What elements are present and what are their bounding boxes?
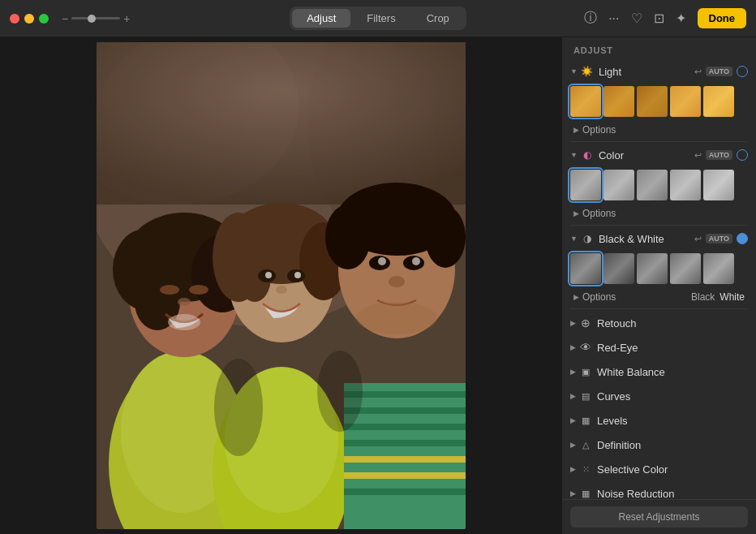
light-chevron: ▼ — [570, 67, 578, 75]
reset-adjustments-button[interactable]: Reset Adjustments — [570, 506, 748, 528]
noise-reduction-row[interactable]: ▶ ▦ Noise Reduction — [562, 481, 756, 499]
color-thumb-3[interactable] — [637, 170, 668, 200]
bw-toggle[interactable] — [737, 233, 748, 244]
definition-icon: △ — [579, 438, 592, 451]
light-thumb-4[interactable] — [670, 86, 701, 117]
red-eye-chevron: ▶ — [570, 343, 576, 351]
color-thumb-4[interactable] — [670, 170, 701, 200]
light-options-chevron: ▶ — [573, 126, 579, 134]
curves-chevron: ▶ — [570, 392, 576, 400]
bw-options-row[interactable]: ▶ Options Black White — [562, 289, 756, 307]
noise-reduction-icon: ▦ — [579, 487, 592, 499]
light-thumbnails — [562, 83, 756, 122]
titlebar-right: ⓘ ··· ♡ ⊡ ✦ Done — [584, 8, 746, 28]
close-button[interactable] — [10, 14, 19, 24]
titlebar: − + Adjust Filters Crop ⓘ ··· ♡ ⊡ ✦ Done — [0, 0, 756, 37]
info-icon[interactable]: ⓘ — [584, 10, 597, 27]
light-thumb-2[interactable] — [604, 86, 634, 117]
main-content: ADJUST ▼ ☀️ Light ↩ AUTO — [0, 37, 756, 534]
bw-thumb-3[interactable] — [637, 253, 668, 284]
color-chevron: ▼ — [570, 151, 578, 159]
selective-color-icon: ⁙ — [579, 463, 592, 476]
divider-2 — [570, 225, 748, 226]
definition-row[interactable]: ▶ △ Definition — [562, 433, 756, 457]
section-bw: ▼ ◑ Black & White ↩ AUTO — [562, 227, 756, 307]
tab-filters[interactable]: Filters — [352, 9, 410, 28]
color-toggle[interactable] — [737, 149, 748, 161]
zoom-slider[interactable] — [71, 17, 120, 19]
bw-thumb-1[interactable] — [570, 253, 601, 284]
noise-reduction-chevron: ▶ — [570, 489, 576, 497]
light-options-label[interactable]: Options — [582, 124, 616, 136]
more-icon[interactable]: ··· — [608, 11, 619, 26]
curves-row[interactable]: ▶ ▤ Curves — [562, 384, 756, 408]
retouch-row[interactable]: ▶ ⊕ Retouch — [562, 311, 756, 335]
levels-row[interactable]: ▶ ▦ Levels — [562, 408, 756, 433]
zoom-thumb — [88, 15, 96, 23]
light-auto-badge[interactable]: AUTO — [706, 67, 732, 76]
photo-area — [0, 37, 561, 534]
bw-thumbnails — [562, 250, 756, 289]
photo-container — [97, 42, 466, 529]
tab-adjust[interactable]: Adjust — [292, 9, 350, 28]
divider-1 — [570, 141, 748, 142]
white-balance-chevron: ▶ — [570, 368, 576, 376]
magic-icon[interactable]: ✦ — [676, 11, 686, 26]
nav-tabs: Adjust Filters Crop — [290, 6, 466, 30]
light-options-row[interactable]: ▶ Options — [562, 122, 756, 140]
color-reset-icon[interactable]: ↩ — [694, 150, 702, 161]
crop-icon[interactable]: ⊡ — [654, 11, 664, 26]
traffic-lights — [10, 14, 49, 24]
light-toggle[interactable] — [737, 66, 748, 77]
light-thumb-3[interactable] — [637, 86, 668, 117]
bw-auto-badge[interactable]: AUTO — [706, 234, 732, 243]
bw-options-chevron-left: ▶ — [573, 293, 579, 301]
definition-chevron: ▶ — [570, 441, 576, 449]
right-panel: ADJUST ▼ ☀️ Light ↩ AUTO — [561, 37, 756, 534]
maximize-button[interactable] — [39, 14, 49, 24]
color-controls: ↩ AUTO — [694, 149, 748, 161]
curves-icon: ▤ — [579, 390, 592, 403]
section-color-header[interactable]: ▼ ◐ Color ↩ AUTO — [562, 144, 756, 166]
color-options-row[interactable]: ▶ Options — [562, 205, 756, 223]
red-eye-icon: 👁 — [579, 341, 592, 354]
zoom-plus-button[interactable]: + — [123, 12, 130, 25]
bw-thumb-4[interactable] — [670, 253, 701, 284]
color-auto-badge[interactable]: AUTO — [706, 150, 732, 160]
retouch-label: Retouch — [597, 317, 748, 329]
bw-options-label[interactable]: Options — [582, 291, 616, 303]
bw-controls: ↩ AUTO — [694, 233, 748, 244]
color-thumb-5[interactable] — [703, 170, 734, 200]
svg-rect-48 — [97, 42, 466, 529]
panel-scroll[interactable]: ▼ ☀️ Light ↩ AUTO — [562, 60, 756, 499]
bw-reset-icon[interactable]: ↩ — [694, 234, 702, 244]
panel-header: ADJUST — [562, 37, 756, 60]
minimize-button[interactable] — [24, 14, 34, 24]
bw-chevron: ▼ — [570, 235, 578, 243]
bw-thumb-5[interactable] — [703, 253, 734, 284]
tab-crop[interactable]: Crop — [412, 9, 464, 28]
white-balance-icon: ▣ — [579, 365, 592, 378]
color-thumbnails — [562, 166, 756, 205]
red-eye-label: Red-Eye — [597, 342, 748, 354]
light-controls: ↩ AUTO — [694, 66, 748, 77]
bw-thumb-2[interactable] — [604, 253, 634, 284]
heart-icon[interactable]: ♡ — [631, 11, 642, 26]
zoom-minus-button[interactable]: − — [62, 12, 68, 25]
color-thumb-2[interactable] — [604, 170, 634, 200]
white-balance-label: White Balance — [597, 366, 748, 378]
section-light-header[interactable]: ▼ ☀️ Light ↩ AUTO — [562, 60, 756, 83]
white-balance-row[interactable]: ▶ ▣ White Balance — [562, 360, 756, 384]
light-thumb-1[interactable] — [570, 86, 601, 117]
selective-color-row[interactable]: ▶ ⁙ Selective Color — [562, 457, 756, 481]
section-bw-header[interactable]: ▼ ◑ Black & White ↩ AUTO — [562, 227, 756, 250]
done-button[interactable]: Done — [698, 8, 747, 28]
selective-color-label: Selective Color — [597, 463, 748, 476]
color-options-label[interactable]: Options — [582, 208, 616, 219]
light-reset-icon[interactable]: ↩ — [694, 67, 702, 77]
light-thumb-5[interactable] — [703, 86, 734, 117]
red-eye-row[interactable]: ▶ 👁 Red-Eye — [562, 335, 756, 360]
levels-chevron: ▶ — [570, 416, 576, 424]
photo-image — [97, 42, 466, 529]
color-thumb-1[interactable] — [570, 170, 601, 200]
